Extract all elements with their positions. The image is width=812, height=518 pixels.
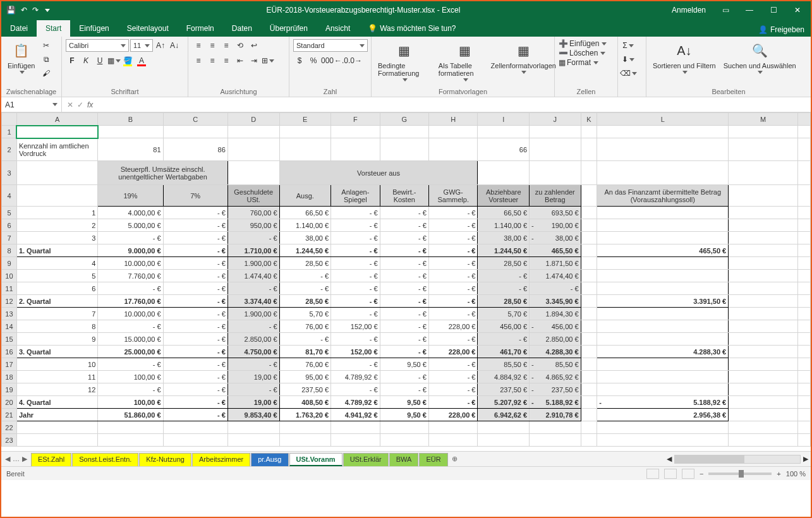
cell[interactable] (380, 126, 428, 138)
cell[interactable]: 81,70 € (279, 346, 331, 358)
clear-icon[interactable]: ⌫ (622, 67, 634, 80)
cut-icon[interactable]: ✂ (40, 39, 52, 52)
cell[interactable]: 38,00 € (279, 232, 331, 244)
tab-formeln[interactable]: Formeln (178, 20, 223, 37)
cell[interactable] (16, 421, 97, 434)
indent-dec-icon[interactable]: ⇤ (234, 54, 246, 67)
cell[interactable] (478, 421, 530, 434)
cell[interactable] (428, 434, 478, 447)
cell[interactable]: 7.760,00 € (98, 270, 163, 282)
cell[interactable] (729, 371, 798, 383)
cell[interactable] (798, 333, 811, 346)
cell[interactable]: 95,00 € (279, 371, 331, 383)
cell[interactable]: Abziehbare Vorsteuer (478, 185, 530, 207)
cell[interactable]: - € (331, 207, 380, 219)
cell[interactable]: 1.244,50 € (478, 244, 530, 257)
cell[interactable]: - € (530, 282, 581, 295)
sheet-tab[interactable]: Arbeitszimmer (192, 453, 250, 466)
cell[interactable]: Anlagen-Spiegel (331, 185, 380, 207)
cell[interactable] (729, 126, 798, 138)
cell[interactable]: 5.207,92 € (478, 396, 530, 409)
cell[interactable]: - € (98, 358, 163, 371)
cell[interactable]: zu zahlender Betrag (530, 185, 581, 207)
cell[interactable]: 76,00 € (279, 358, 331, 371)
cell[interactable] (597, 257, 729, 270)
col-header[interactable]: A (16, 113, 97, 126)
cell[interactable] (581, 219, 597, 232)
cell[interactable] (98, 421, 163, 434)
cell[interactable]: - € (478, 270, 530, 282)
cell[interactable] (798, 138, 811, 161)
find-select-button[interactable]: 🔍Suchen und Auswählen (721, 39, 799, 75)
cell[interactable] (163, 421, 227, 434)
cell[interactable]: - € (331, 219, 380, 232)
tab-start[interactable]: Start (37, 20, 70, 37)
tab-ueberpruefen[interactable]: Überprüfen (261, 20, 317, 37)
cell[interactable]: 51.860,00 € (98, 409, 163, 421)
border-button[interactable]: ▦ (107, 54, 120, 67)
cell[interactable] (597, 383, 729, 396)
shrink-font-icon[interactable]: A↓ (168, 39, 181, 52)
tab-daten[interactable]: Daten (223, 20, 261, 37)
cell[interactable]: 66,50 € (478, 207, 530, 219)
cell[interactable]: - € (331, 282, 380, 295)
cell[interactable]: - € (428, 282, 478, 295)
cell[interactable]: 1.244,50 € (279, 244, 331, 257)
cell[interactable] (597, 138, 729, 161)
cell[interactable] (729, 409, 798, 421)
cell[interactable]: 465,50 € (530, 244, 581, 257)
row-header[interactable]: 17 (2, 358, 17, 371)
sheet-tab[interactable]: USt.Voranm (289, 453, 342, 466)
cell[interactable]: - € (478, 282, 530, 295)
zoom-in-icon[interactable]: + (777, 470, 780, 478)
cell[interactable]: - € (163, 308, 227, 320)
cell[interactable]: 100,00 € (98, 371, 163, 383)
cell[interactable] (581, 257, 597, 270)
cell[interactable]: 10.000,00 € (98, 308, 163, 320)
cell[interactable]: Ausg. (279, 185, 331, 207)
cell[interactable] (597, 207, 729, 219)
row-header[interactable]: 16 (2, 346, 17, 358)
cond-format-button[interactable]: ▦Bedingte Formatierung (375, 39, 433, 83)
cell[interactable] (729, 270, 798, 282)
sheet-tab[interactable]: EÜR (419, 453, 447, 466)
cell[interactable]: 1 (16, 207, 97, 219)
cell[interactable] (729, 308, 798, 320)
cell[interactable]: - € (331, 308, 380, 320)
cell[interactable]: - € (380, 270, 428, 282)
bold-button[interactable]: F (66, 54, 78, 67)
inc-dec-icon[interactable]: ←.0 (335, 54, 348, 67)
row-header[interactable]: 11 (2, 282, 17, 295)
zoom-out-icon[interactable]: − (700, 470, 703, 478)
cell[interactable]: 15.000,00 € (98, 333, 163, 346)
cell[interactable]: 693,50 € (530, 207, 581, 219)
cell[interactable] (279, 421, 331, 434)
cell[interactable]: 152,00 € (331, 320, 380, 333)
cell[interactable] (729, 185, 798, 207)
cell[interactable]: 408,50 € (279, 396, 331, 409)
view-normal-icon[interactable] (646, 469, 659, 479)
row-header[interactable]: 7 (2, 232, 17, 244)
cell[interactable]: - € (428, 333, 478, 346)
font-color-button[interactable]: A (135, 54, 148, 67)
cell[interactable] (729, 219, 798, 232)
cell[interactable]: Bewirt.-Kosten (380, 185, 428, 207)
cell[interactable]: 3.345,90 € (530, 295, 581, 308)
cell[interactable] (581, 383, 597, 396)
row-header[interactable]: 12 (2, 295, 17, 308)
view-layout-icon[interactable] (664, 469, 677, 479)
cell[interactable]: Jahr (16, 409, 97, 421)
grow-font-icon[interactable]: A↑ (154, 39, 167, 52)
cell[interactable]: 461,70 € (478, 346, 530, 358)
cell[interactable]: 10 (16, 358, 97, 371)
cell[interactable]: 66,50 € (279, 207, 331, 219)
percent-icon[interactable]: % (307, 54, 320, 67)
align-center-icon[interactable]: ≡ (206, 54, 219, 67)
cell[interactable]: - € (163, 396, 227, 409)
col-header[interactable]: E (279, 113, 331, 126)
cell[interactable] (227, 161, 279, 185)
add-sheet-button[interactable]: ⊕ (449, 455, 461, 463)
cell[interactable]: - € (163, 244, 227, 257)
cell[interactable]: - € (331, 358, 380, 371)
cell[interactable] (581, 295, 597, 308)
